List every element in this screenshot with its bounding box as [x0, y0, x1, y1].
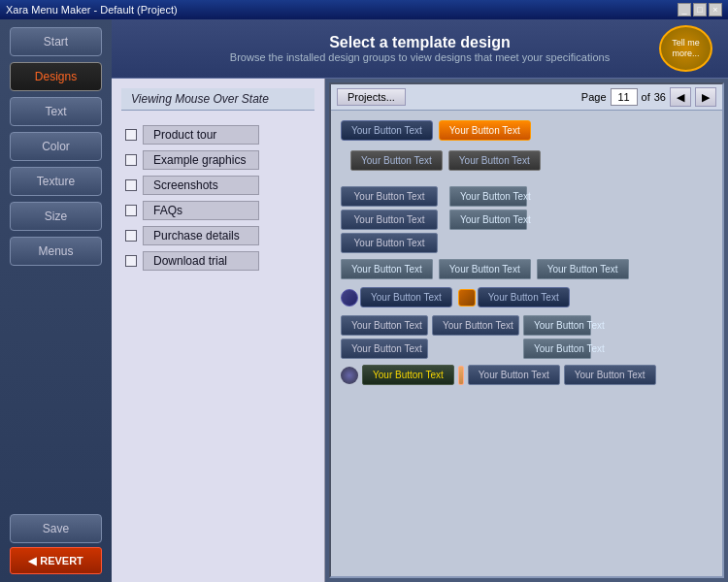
designs-panel: Viewing Mouse Over State Product tour Ex… — [112, 79, 325, 582]
button-row-2: Your Button Text Your Button Text — [350, 150, 712, 171]
button-row-4: Your Button Text Your Button Text Your B… — [341, 259, 712, 279]
preview-button-gray-1[interactable]: Your Button Text — [350, 150, 443, 171]
sidebar-item-label: Menus — [38, 244, 73, 258]
preview-button-med-5[interactable]: Your Button Text — [341, 339, 428, 359]
product-tour-checkbox[interactable] — [125, 129, 137, 141]
sidebar-item-label: Start — [44, 35, 68, 48]
preview-button-med-8[interactable]: Your Button Text — [564, 365, 656, 385]
close-button[interactable]: × — [709, 3, 722, 16]
icon-circle-1 — [341, 289, 358, 307]
header-center: Select a template design Browse the inst… — [181, 34, 659, 63]
revert-button[interactable]: ◀ REVERT — [10, 547, 102, 574]
revert-label: REVERT — [40, 555, 83, 566]
preview-button-med-6[interactable]: Your Button Text — [432, 315, 519, 336]
viewing-state-label: Viewing Mouse Over State — [121, 88, 314, 111]
preview-button-icon-1[interactable]: Your Button Text — [360, 287, 452, 307]
faqs-label: FAQs — [143, 201, 259, 220]
download-trial-label: Download trial — [143, 251, 259, 271]
sidebar-item-start[interactable]: Start — [10, 27, 102, 56]
sidebar-item-label: Designs — [35, 70, 77, 83]
purchase-details-checkbox[interactable] — [125, 230, 137, 242]
titlebar: Xara Menu Maker - Default (Project) _ □ … — [0, 0, 728, 19]
maximize-button[interactable]: □ — [693, 3, 707, 16]
preview-canvas: Your Button Text Your Button Text Your B… — [331, 111, 722, 576]
button-row-5: Your Button Text Your Button Text — [341, 287, 712, 307]
header: Select a template design Browse the inst… — [112, 19, 728, 79]
page-label: Page — [581, 91, 607, 103]
example-graphics-label: Example graphics — [143, 150, 259, 170]
preview-button-flat-3[interactable]: Your Button Text — [341, 259, 433, 279]
sidebar: Start Designs Text Color Texture Size Me… — [0, 19, 112, 582]
preview-button-med-1[interactable]: Your Button Text — [341, 186, 438, 207]
design-item-faqs[interactable]: FAQs — [121, 198, 314, 223]
preview-toolbar: Projects... Page of 36 ◀ ▶ — [331, 84, 722, 111]
tell-me-more-button[interactable]: Tell memore... — [659, 25, 712, 72]
sidebar-item-menus[interactable]: Menus — [10, 237, 102, 266]
button-row-3: Your Button Text Your Button Text Your B… — [341, 186, 712, 253]
page-total: 36 — [654, 91, 666, 103]
content-area: Select a template design Browse the inst… — [112, 19, 728, 582]
faqs-checkbox[interactable] — [125, 205, 137, 216]
design-item-screenshots[interactable]: Screenshots — [121, 173, 314, 198]
preview-button-gray-2[interactable]: Your Button Text — [448, 150, 541, 171]
titlebar-title: Xara Menu Maker - Default (Project) — [6, 4, 178, 16]
revert-arrow-icon: ◀ — [28, 555, 36, 567]
sidebar-item-label: Color — [42, 140, 70, 153]
save-label: Save — [43, 522, 69, 535]
main-layout: Start Designs Text Color Texture Size Me… — [0, 19, 728, 582]
sidebar-item-texture[interactable]: Texture — [10, 167, 102, 196]
next-page-button[interactable]: ▶ — [695, 87, 716, 107]
preview-button-flat-1[interactable]: Your Button Text — [449, 186, 527, 207]
minimize-button[interactable]: _ — [678, 3, 691, 16]
header-subtitle: Browse the installed design groups to vi… — [181, 51, 659, 63]
projects-button[interactable]: Projects... — [337, 88, 406, 106]
preview-area: Projects... Page of 36 ◀ ▶ — [325, 79, 728, 582]
sidebar-item-text[interactable]: Text — [10, 97, 102, 126]
sidebar-bottom: Save ◀ REVERT — [6, 514, 106, 574]
product-tour-label: Product tour — [143, 125, 259, 145]
preview-button-icon-2[interactable]: Your Button Text — [478, 287, 570, 307]
purchase-details-label: Purchase details — [143, 226, 259, 245]
preview-window: Projects... Page of 36 ◀ ▶ — [329, 82, 724, 578]
design-item-purchase-details[interactable]: Purchase details — [121, 223, 314, 248]
button-row-6: Your Button Text Your Button Text Your B… — [341, 315, 712, 359]
design-item-example-graphics[interactable]: Example graphics — [121, 147, 314, 173]
page-input[interactable] — [611, 88, 638, 106]
preview-button-orange-1[interactable]: Your Button Text — [439, 120, 531, 141]
preview-button-flat-2[interactable]: Your Button Text — [449, 210, 527, 230]
projects-label: Projects... — [347, 91, 395, 103]
page-of-label: of — [642, 91, 650, 103]
screenshots-checkbox[interactable] — [125, 179, 137, 191]
preview-button-med-4[interactable]: Your Button Text — [341, 315, 428, 336]
sidebar-item-color[interactable]: Color — [10, 132, 102, 161]
preview-button-med-2[interactable]: Your Button Text — [341, 210, 438, 230]
titlebar-controls[interactable]: _ □ × — [678, 3, 722, 16]
preview-button-flat-4[interactable]: Your Button Text — [439, 259, 531, 279]
sidebar-item-label: Texture — [37, 175, 75, 188]
example-graphics-checkbox[interactable] — [125, 154, 137, 166]
preview-button-final-1[interactable]: Your Button Text — [523, 315, 591, 336]
preview-button-dark-1[interactable]: Your Button Text — [341, 120, 433, 141]
header-title: Select a template design — [181, 34, 659, 51]
save-button[interactable]: Save — [10, 514, 102, 543]
page-navigation: Page of 36 ◀ ▶ — [581, 87, 716, 107]
sidebar-item-label: Text — [45, 105, 66, 118]
screenshots-label: Screenshots — [143, 176, 259, 195]
preview-button-flat-5[interactable]: Your Button Text — [537, 259, 629, 279]
button-row-7: Your Button Text Your Button Text Your B… — [341, 365, 712, 385]
preview-button-final-2[interactable]: Your Button Text — [523, 339, 591, 359]
sidebar-item-designs[interactable]: Designs — [10, 62, 102, 91]
panel-area: Viewing Mouse Over State Product tour Ex… — [112, 79, 728, 582]
icon-circle-2 — [341, 367, 358, 384]
icon-square-1 — [458, 289, 476, 307]
orange-accent-1 — [458, 366, 464, 385]
prev-page-button[interactable]: ◀ — [670, 87, 691, 107]
sidebar-item-size[interactable]: Size — [10, 202, 102, 231]
download-trial-checkbox[interactable] — [125, 255, 137, 267]
design-item-download-trial[interactable]: Download trial — [121, 248, 314, 274]
preview-button-yellow-1[interactable]: Your Button Text — [362, 365, 454, 385]
button-row-1: Your Button Text Your Button Text — [341, 120, 712, 141]
preview-button-med-7[interactable]: Your Button Text — [468, 365, 560, 385]
preview-button-med-3[interactable]: Your Button Text — [341, 233, 438, 253]
design-item-product-tour[interactable]: Product tour — [121, 122, 314, 147]
